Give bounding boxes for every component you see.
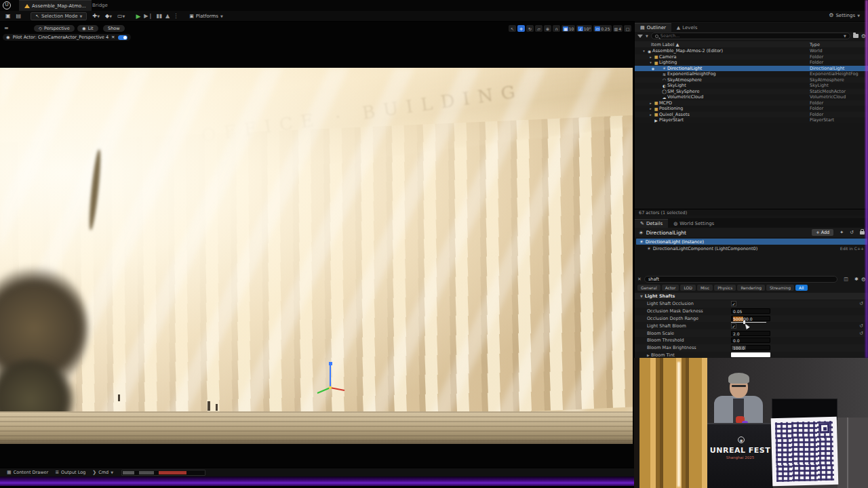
blueprints-icon[interactable]: ◆▼	[105, 13, 112, 19]
outliner-row[interactable]: ▸ ■ Positioning Folder	[635, 106, 868, 112]
move-tool-icon[interactable]: ✛	[517, 25, 525, 32]
filter-chip[interactable]: All	[795, 285, 807, 291]
content-drawer-button[interactable]: ▦ Content Drawer	[7, 470, 48, 475]
camera-speed-control[interactable]: ▥ 4	[613, 25, 623, 32]
clear-search-icon[interactable]: ✕	[637, 277, 642, 282]
outliner-row[interactable]: ☁ VolumetricCloud VolumetricCloud	[635, 94, 868, 100]
filter-chip[interactable]: Rendering	[737, 285, 765, 291]
outliner-row[interactable]: ▸ ■ MCPD Folder	[635, 100, 868, 106]
slider-field[interactable]: 100.0	[731, 345, 770, 350]
tab-details[interactable]: ✎ Details	[635, 219, 668, 228]
outliner-column-header[interactable]: Item Label ▲ Type	[635, 41, 868, 47]
console-input[interactable]	[121, 470, 205, 476]
tab-outliner[interactable]: ▤ Outliner	[635, 23, 671, 32]
output-log-button[interactable]: ≣ Output Log	[55, 470, 85, 475]
add-component-button[interactable]: + Add	[812, 229, 833, 236]
pause-button[interactable]: ▮▮	[156, 13, 162, 19]
scale-tool-icon[interactable]: ▱	[535, 25, 542, 32]
filter-chip[interactable]: Actor	[662, 285, 679, 291]
expander-icon[interactable]: ▾	[642, 49, 646, 53]
tab-world-settings[interactable]: ◍ World Settings	[668, 219, 719, 228]
reset-to-default-icon[interactable]: ↺	[859, 301, 863, 306]
reset-to-default-icon[interactable]: ↺	[859, 323, 863, 329]
outliner-row[interactable]: ▸ ■ Quixel_Assets Folder	[635, 112, 868, 118]
checkbox[interactable]: ✓	[731, 301, 736, 306]
details-search-input[interactable]	[644, 276, 837, 283]
filter-chip[interactable]: Streaming	[766, 285, 794, 291]
favorites-icon[interactable]: ✱	[854, 277, 859, 282]
level-viewport[interactable]: OFFICE · BUILDING ≡ ◇ Perspective ◉ Lit …	[0, 22, 634, 468]
surface-snap-icon[interactable]: ∩	[553, 25, 560, 32]
asset-tab-bridge[interactable]: Bridge	[87, 0, 113, 11]
rotation-snap-toggle[interactable]: ∠ 10°	[576, 25, 592, 32]
play-button[interactable]: ▶	[136, 13, 140, 20]
filter-chip[interactable]: LOD	[680, 285, 695, 291]
content-browser-icon[interactable]: ▤	[16, 13, 22, 19]
number-field[interactable]: 500000.0	[731, 316, 770, 321]
expander-icon[interactable]: ▸	[648, 55, 653, 59]
platforms-dropdown[interactable]: ▣ Platforms ▼	[189, 14, 223, 19]
frame-skip-button[interactable]: ▶❘	[144, 13, 153, 19]
viewport-options-icon[interactable]: ≡	[4, 25, 9, 31]
slider-track[interactable]	[731, 322, 766, 323]
filter-chip[interactable]: General	[637, 285, 660, 291]
browse-icon[interactable]: ✦	[840, 230, 844, 235]
filter-funnel-icon[interactable]	[637, 35, 643, 38]
rotate-tool-icon[interactable]: ↻	[526, 25, 534, 32]
maximize-viewport-icon[interactable]: ▢	[624, 25, 631, 32]
edit-in-cpp-link[interactable]: Edit in C++	[840, 246, 864, 251]
filter-chip[interactable]: Misc	[697, 285, 713, 291]
outliner-row[interactable]: ▾ ■ Lighting Folder	[635, 60, 868, 66]
expander-icon[interactable]: ▸	[648, 101, 653, 105]
perspective-dropdown[interactable]: ◇ Perspective	[34, 25, 75, 32]
world-local-toggle-icon[interactable]: ⊕	[544, 25, 551, 32]
light-shafts-section-header[interactable]: ▼ Light Shafts	[635, 293, 868, 300]
cmd-dropdown[interactable]: ❯ Cmd ▼	[92, 470, 113, 475]
outliner-row[interactable]: ◠ SkyAtmosphere SkyAtmosphere	[635, 77, 868, 83]
number-field[interactable]: 0.05	[731, 308, 770, 314]
new-folder-icon[interactable]	[853, 34, 859, 38]
asset-tab-map[interactable]: Assemble_Map-Atmo...	[19, 0, 92, 11]
outliner-row[interactable]: ▶ PlayerStart PlayerStart	[635, 117, 868, 123]
pilot-toggle[interactable]	[118, 35, 127, 40]
eject-button[interactable]: ▲	[165, 13, 170, 19]
add-actor-icon[interactable]: ✚▼	[92, 13, 100, 19]
visibility-eye-icon[interactable]: ◉	[650, 66, 656, 70]
scale-snap-toggle[interactable]: ▭ 0.25	[593, 25, 611, 32]
unreal-logo-icon[interactable]: U	[3, 1, 11, 9]
expander-icon[interactable]: ▸	[648, 113, 653, 117]
tab-levels[interactable]: ▲ Levels	[671, 23, 703, 32]
show-dropdown[interactable]: Show	[103, 25, 125, 32]
stop-piloting-icon[interactable]: ✕	[111, 35, 115, 40]
grid-snap-toggle[interactable]: ▦ 10	[561, 25, 575, 32]
filter-chip[interactable]: Physics	[714, 285, 736, 291]
lock-icon[interactable]	[860, 231, 865, 235]
save-icon[interactable]: ▣	[5, 13, 11, 19]
outliner-search-input[interactable]: ▼	[651, 33, 850, 39]
outliner-row[interactable]: ◉ ☀ DirectionalLight DirectionalLight	[635, 66, 868, 72]
chevron-right-icon[interactable]: ▶	[647, 353, 650, 357]
expander-icon[interactable]: ▾	[648, 60, 653, 64]
copy-icon[interactable]: ◫	[844, 277, 848, 282]
play-options-kebab-icon[interactable]: ⋮	[173, 13, 178, 19]
selection-mode-dropdown[interactable]: ↖ Selection Mode ▼	[31, 12, 87, 20]
number-field[interactable]: 2.0	[731, 331, 770, 336]
outliner-row[interactable]: ▾ ◉ Assemble_Map-Atmos-2 (Editor) World	[635, 48, 868, 54]
outliner-row[interactable]: ▸ ■ Camera Folder	[635, 54, 868, 60]
component-row-lightcomponent[interactable]: ☀ DirectionalLightComponent (LightCompon…	[636, 245, 867, 251]
transform-gizmo[interactable]	[311, 359, 351, 400]
expander-icon[interactable]: ▸	[648, 106, 653, 110]
view-mode-dropdown[interactable]: ◉ Lit	[77, 25, 98, 32]
component-row-instance[interactable]: ☀ DirectionalLight (Instance)	[636, 239, 867, 245]
cycle-icon[interactable]: ↺	[850, 230, 854, 235]
outliner-row[interactable]: ◐ SkyLight SkyLight	[635, 83, 868, 89]
select-tool-icon[interactable]: ↖	[509, 25, 516, 32]
number-field[interactable]: 0.0	[731, 338, 770, 343]
outliner-row[interactable]: ≋ ExponentialHeightFog ExponentialHeight…	[635, 71, 868, 77]
outliner-row[interactable]: ◯ SM_SkySphere StaticMeshActor	[635, 89, 868, 95]
color-swatch[interactable]	[731, 352, 770, 357]
checkbox[interactable]: ✓	[731, 323, 736, 329]
settings-dropdown[interactable]: ⚙ Settings ▼	[829, 12, 860, 18]
reset-to-default-icon[interactable]: ↺	[859, 331, 863, 336]
cinematics-icon[interactable]: ▭▼	[117, 13, 125, 19]
